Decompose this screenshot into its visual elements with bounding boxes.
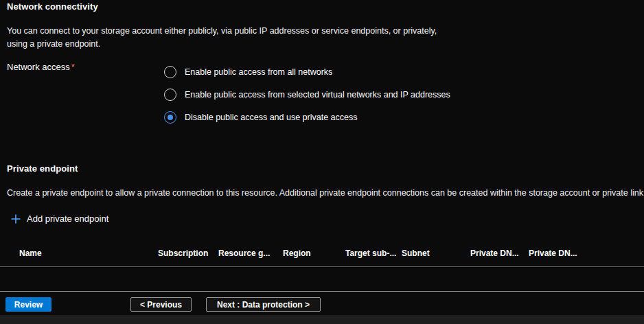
radio-icon [164, 111, 176, 124]
radio-option-disable-public-access[interactable]: Disable public access and use private ac… [164, 106, 450, 128]
table-header-divider [0, 266, 644, 267]
intro-text: You can connect to your storage account … [7, 25, 450, 51]
column-header-name: Name [19, 248, 42, 258]
radio-icon [164, 89, 176, 101]
private-endpoint-title: Private endpoint [7, 163, 78, 174]
radio-option-public-all-networks[interactable]: Enable public access from all networks [164, 60, 450, 83]
page-title: Network connectivity [7, 1, 98, 12]
column-header-subnet: Subnet [402, 248, 430, 258]
column-header-private-dns-1: Private DN... [470, 248, 519, 258]
column-header-resource-group: Resource g... [218, 248, 270, 258]
column-header-region: Region [283, 248, 311, 258]
plus-icon [11, 214, 21, 224]
next-data-protection-button[interactable]: Next : Data protection > [206, 297, 321, 312]
radio-option-selected-networks[interactable]: Enable public access from selected virtu… [164, 83, 450, 106]
column-header-private-dns-2: Private DN... [529, 248, 577, 258]
private-endpoint-description: Create a private endpoint to allow a pri… [7, 187, 643, 200]
review-button[interactable]: Review [5, 297, 51, 312]
radio-icon [164, 66, 176, 78]
previous-button[interactable]: < Previous [130, 297, 192, 312]
bottom-bar [0, 315, 644, 324]
add-private-endpoint-button[interactable]: Add private endpoint [11, 213, 108, 224]
column-header-subscription: Subscription [158, 248, 208, 258]
network-access-radio-group: Enable public access from all networks E… [164, 60, 450, 128]
radio-option-label: Enable public access from all networks [185, 67, 332, 77]
network-access-label: Network access* [7, 62, 75, 72]
add-private-endpoint-label: Add private endpoint [27, 213, 108, 224]
footer-divider [0, 291, 644, 292]
column-header-target-sub: Target sub-... [345, 248, 396, 258]
network-connectivity-page: Network connectivity You can connect to … [0, 0, 644, 324]
required-asterisk: * [71, 62, 75, 72]
radio-option-label: Enable public access from selected virtu… [185, 90, 450, 100]
radio-option-label: Disable public access and use private ac… [185, 113, 358, 122]
